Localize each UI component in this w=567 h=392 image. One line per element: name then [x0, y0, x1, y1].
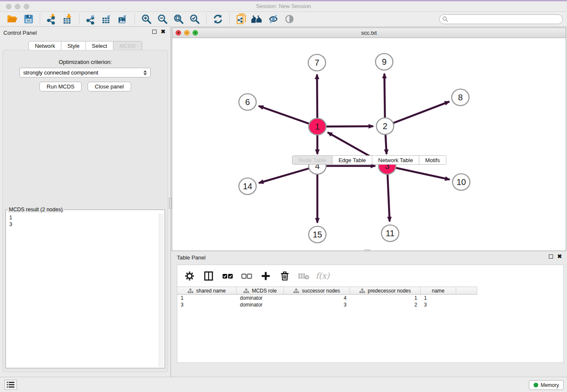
- search-input[interactable]: [439, 14, 563, 24]
- graph-edge[interactable]: [384, 74, 385, 118]
- tab-motifs[interactable]: Motifs: [419, 155, 446, 165]
- import-table-icon: [62, 14, 73, 25]
- graph-edge[interactable]: [385, 135, 386, 154]
- column-header[interactable]: predecessor nodes: [350, 287, 421, 295]
- deselect-all-button[interactable]: [240, 270, 253, 282]
- optimization-dropdown[interactable]: strongly connected component: [19, 68, 151, 77]
- table-cell[interactable]: 1: [177, 295, 237, 302]
- home-button[interactable]: [250, 13, 264, 25]
- import-table-button[interactable]: [61, 13, 74, 25]
- main-titlebar[interactable]: Session: New Session: [0, 1, 567, 12]
- zoom-in-button[interactable]: [140, 13, 153, 25]
- table-row[interactable]: 3dominator323: [177, 302, 563, 309]
- export-table-button[interactable]: [100, 13, 114, 25]
- tab-style[interactable]: Style: [61, 41, 86, 50]
- result-scrollbar[interactable]: [159, 213, 164, 367]
- table-cell[interactable]: 1: [421, 295, 456, 302]
- tab-node-table[interactable]: Node Table: [292, 155, 333, 165]
- graph-edge[interactable]: [393, 102, 449, 123]
- graph-node[interactable]: 2: [377, 118, 394, 135]
- graphics-details-button[interactable]: [267, 13, 280, 25]
- tab-select[interactable]: Select: [85, 41, 113, 50]
- zoom-fit-button[interactable]: [172, 13, 185, 25]
- graph-edge[interactable]: [396, 168, 450, 179]
- mcds-result-list[interactable]: 13: [7, 213, 164, 367]
- graph-node[interactable]: 9: [376, 54, 393, 70]
- columns-button[interactable]: [202, 270, 215, 282]
- tab-edge-table[interactable]: Edge Table: [332, 155, 372, 165]
- zoom-selected-button[interactable]: [188, 13, 201, 25]
- float-table-panel-icon[interactable]: [549, 254, 553, 259]
- column-header[interactable]: name: [421, 287, 456, 295]
- memory-label: Memory: [541, 382, 559, 388]
- graph-node[interactable]: 14: [239, 178, 256, 195]
- graph-edge[interactable]: [259, 168, 309, 183]
- table-cell[interactable]: 2: [350, 302, 421, 309]
- delete-button[interactable]: [278, 270, 291, 282]
- zoom-out-button[interactable]: [156, 13, 169, 25]
- close-table-panel-icon[interactable]: ✖: [557, 254, 562, 259]
- table-cell[interactable]: dominator: [237, 302, 284, 309]
- import-network-button[interactable]: [45, 13, 58, 25]
- application-window: Session: New Session Control Panel ✖ Net…: [0, 0, 567, 392]
- table-row[interactable]: 1dominator411: [177, 295, 563, 302]
- table-cell[interactable]: 3: [177, 302, 237, 309]
- mcds-panel: Optimization criterion: strongly connect…: [3, 50, 168, 372]
- table-cell[interactable]: 3: [284, 302, 350, 309]
- graph-node[interactable]: 15: [309, 226, 326, 243]
- table-cell[interactable]: dominator: [237, 295, 284, 302]
- table-cell[interactable]: [456, 295, 477, 302]
- graph-node[interactable]: 6: [239, 94, 256, 110]
- tab-network[interactable]: Network: [28, 41, 61, 50]
- close-panel-icon[interactable]: ✖: [161, 30, 165, 34]
- table-cell[interactable]: 1: [350, 295, 421, 302]
- save-session-button[interactable]: [22, 13, 35, 25]
- memory-button[interactable]: Memory: [529, 380, 564, 390]
- table-cell[interactable]: 3: [421, 302, 456, 309]
- settings-button[interactable]: [183, 270, 196, 282]
- export-image-button[interactable]: [116, 13, 130, 25]
- graph-node[interactable]: 10: [453, 174, 470, 190]
- select-all-button[interactable]: [221, 270, 234, 282]
- zoom-fit-icon: [173, 14, 184, 25]
- graph-node[interactable]: 11: [382, 225, 399, 242]
- graph-edge[interactable]: [259, 106, 309, 124]
- tab-network-table[interactable]: Network Table: [372, 155, 419, 165]
- task-history-button[interactable]: [4, 380, 17, 390]
- tab-mcds[interactable]: MCDS: [113, 41, 142, 50]
- column-header[interactable]: successor nodes: [284, 287, 350, 295]
- refresh-button[interactable]: [211, 13, 225, 25]
- export-network-button[interactable]: [84, 13, 98, 25]
- mcds-result-line: 3: [9, 221, 164, 228]
- function-icon: f(x): [315, 271, 330, 281]
- graph-node[interactable]: 1: [309, 119, 326, 135]
- mcds-result-title: MCDS result (2 nodes): [8, 207, 64, 213]
- close-panel-button[interactable]: Close panel: [88, 82, 131, 91]
- open-file-button[interactable]: [6, 13, 19, 25]
- dropdown-stepper-icon: [143, 70, 147, 75]
- graph-node[interactable]: 8: [452, 89, 469, 106]
- column-header[interactable]: [456, 287, 477, 295]
- table-cell[interactable]: 4: [284, 295, 350, 302]
- add-button[interactable]: [259, 270, 272, 282]
- svg-text:9: 9: [382, 57, 386, 66]
- float-panel-icon[interactable]: [152, 30, 157, 34]
- control-panel: Control Panel ✖ NetworkStyleSelectMCDS O…: [0, 27, 171, 377]
- optimization-label: Optimization criterion:: [3, 59, 168, 65]
- column-header[interactable]: shared name: [177, 287, 237, 295]
- table-cell[interactable]: [456, 302, 477, 309]
- horizontal-splitter-handle[interactable]: [364, 249, 370, 251]
- svg-text:15: 15: [313, 230, 322, 239]
- birds-eye-button[interactable]: [283, 13, 296, 25]
- clone-network-button[interactable]: [234, 13, 248, 25]
- graph-node[interactable]: 7: [308, 55, 326, 71]
- network-window-titlebar[interactable]: ✕ – + scc.txt: [172, 28, 566, 38]
- export-table-icon: [101, 14, 113, 25]
- run-mcds-button[interactable]: Run MCDS: [39, 82, 82, 91]
- network-canvas[interactable]: 7968124314101511: [172, 38, 566, 251]
- graph-edge[interactable]: [326, 126, 373, 127]
- graph-edge[interactable]: [388, 174, 390, 221]
- column-header[interactable]: MCDS role: [237, 287, 284, 295]
- graph-edge[interactable]: [317, 75, 317, 118]
- tree-icon: [187, 288, 193, 293]
